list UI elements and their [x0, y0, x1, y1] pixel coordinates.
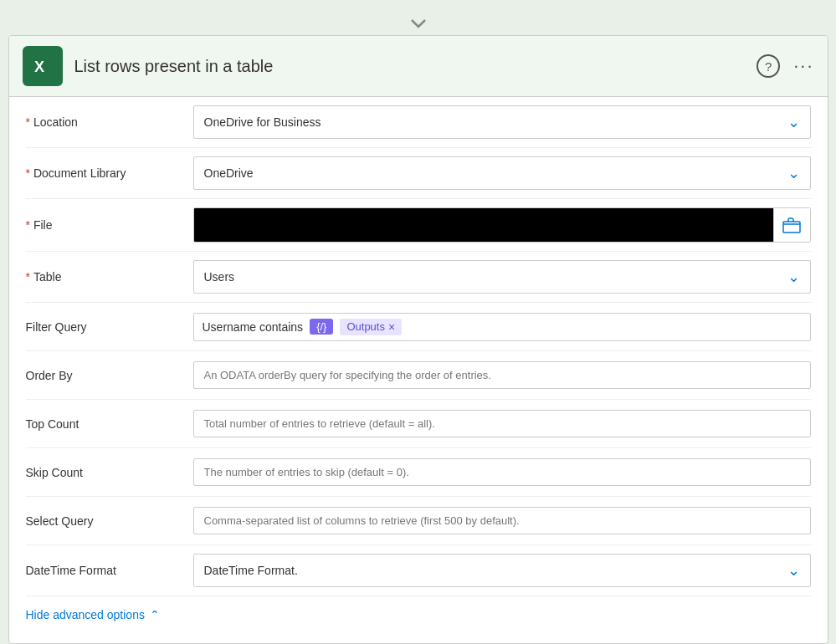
document-library-label: *Document Library [26, 166, 193, 180]
document-library-dropdown[interactable]: OneDrive ⌄ [193, 156, 811, 190]
required-star: * [26, 166, 30, 180]
select-query-input[interactable] [193, 507, 811, 534]
required-star: * [26, 115, 30, 129]
top-count-input[interactable] [193, 410, 811, 437]
datetime-format-control: DateTime Format. ⌄ [193, 554, 811, 587]
datetime-format-label: DateTime Format [26, 564, 193, 577]
outputs-close-button[interactable]: × [388, 320, 395, 334]
file-row: *File [26, 199, 811, 252]
hide-advanced-label: Hide advanced options [26, 608, 145, 621]
document-library-value: OneDrive [204, 166, 254, 180]
file-label: *File [26, 218, 193, 232]
top-count-control [193, 410, 811, 437]
skip-count-row: Skip Count [26, 448, 811, 497]
location-control: OneDrive for Business ⌄ [193, 105, 811, 139]
datetime-format-value: DateTime Format. [204, 564, 298, 577]
main-card: X List rows present in a table ? ··· *Lo… [8, 35, 828, 644]
required-star: * [26, 218, 30, 232]
top-count-label: Top Count [26, 417, 193, 431]
file-control [193, 207, 811, 243]
location-label: *Location [26, 115, 193, 129]
select-query-row: Select Query [26, 497, 811, 545]
filter-text: Username contains [203, 320, 304, 334]
select-query-label: Select Query [26, 514, 193, 528]
skip-count-label: Skip Count [26, 466, 193, 479]
outputs-tag: Outputs × [340, 319, 402, 335]
file-input-area[interactable] [194, 208, 773, 242]
datetime-format-dropdown[interactable]: DateTime Format. ⌄ [193, 554, 811, 587]
datetime-format-row: DateTime Format DateTime Format. ⌄ [26, 545, 811, 596]
header-right: ? ··· [757, 54, 813, 78]
table-dropdown[interactable]: Users ⌄ [193, 260, 811, 294]
doc-library-chevron-icon: ⌄ [787, 164, 800, 182]
card-title: List rows present in a table [74, 57, 274, 76]
svg-rect-2 [783, 222, 800, 233]
top-arrow-indicator [8, 17, 828, 35]
order-by-label: Order By [26, 369, 193, 382]
top-count-row: Top Count [26, 400, 811, 448]
table-label: *Table [26, 270, 193, 284]
filter-query-row: Filter Query Username contains {/} Outpu… [26, 303, 811, 351]
chevron-up-icon: ⌃ [150, 608, 160, 621]
file-browse-button[interactable] [773, 208, 810, 242]
outputs-label: Outputs [346, 320, 385, 333]
table-chevron-icon: ⌄ [787, 268, 800, 286]
location-chevron-icon: ⌄ [787, 113, 800, 131]
help-icon[interactable]: ? [757, 54, 780, 78]
file-input-container [193, 207, 811, 243]
skip-count-control [193, 458, 811, 486]
table-row: *Table Users ⌄ [26, 252, 811, 303]
order-by-input[interactable] [193, 361, 811, 389]
more-options-icon[interactable]: ··· [793, 55, 813, 77]
select-query-control [193, 507, 811, 534]
filter-query-control: Username contains {/} Outputs × [193, 313, 811, 341]
hide-advanced-options-button[interactable]: Hide advanced options ⌃ [26, 596, 811, 626]
expression-icon: {/} [316, 320, 326, 333]
required-star: * [26, 270, 30, 284]
location-dropdown[interactable]: OneDrive for Business ⌄ [193, 105, 811, 139]
skip-count-input[interactable] [193, 458, 811, 486]
filter-query-input[interactable]: Username contains {/} Outputs × [193, 313, 811, 341]
table-control: Users ⌄ [193, 260, 811, 294]
order-by-row: Order By [26, 351, 811, 400]
excel-icon: X [23, 46, 63, 86]
order-by-control [193, 361, 811, 389]
expression-tag: {/} [310, 319, 333, 335]
svg-text:X: X [34, 59, 44, 75]
document-library-row: *Document Library OneDrive ⌄ [26, 148, 811, 199]
card-body: *Location OneDrive for Business ⌄ *Docum… [9, 97, 828, 643]
header-left: X List rows present in a table [23, 46, 274, 86]
datetime-chevron-icon: ⌄ [787, 561, 800, 580]
location-row: *Location OneDrive for Business ⌄ [26, 97, 811, 148]
location-value: OneDrive for Business [204, 115, 321, 129]
card-header: X List rows present in a table ? ··· [9, 36, 828, 97]
document-library-control: OneDrive ⌄ [193, 156, 811, 190]
table-value: Users [204, 270, 235, 284]
filter-query-label: Filter Query [26, 320, 193, 334]
